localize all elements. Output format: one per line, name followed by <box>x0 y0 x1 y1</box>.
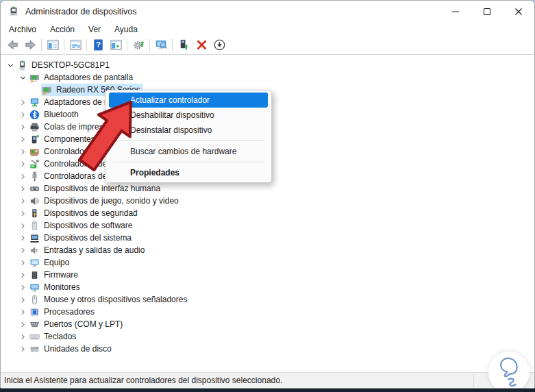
menu-item-update-driver[interactable]: Actualizar controlador <box>109 93 268 108</box>
uninstall-device-icon <box>195 38 208 51</box>
tree-item: Unidades de disco <box>1 343 534 355</box>
update-driver-icon <box>132 38 145 51</box>
title-bar: Administrador de dispositivos <box>1 1 534 23</box>
menu-bar: Archivo Acción Ver Ayuda <box>1 23 534 36</box>
tree-item-label: Dispositivos de software <box>44 221 132 230</box>
tree-item-bluetooth[interactable]: Bluetooth <box>29 108 81 121</box>
tree-item: Dispositivos de seguridad <box>1 207 534 219</box>
computer-monitor-icon <box>29 257 40 268</box>
show-console-tree-button[interactable] <box>44 37 62 53</box>
device-driver-button[interactable] <box>175 37 192 53</box>
maximize-button[interactable] <box>471 1 503 23</box>
firmware-chip-icon <box>29 269 40 280</box>
network-adapter-icon <box>29 97 40 108</box>
chevron-right-icon[interactable] <box>17 331 29 342</box>
tree-item-firmware[interactable]: Firmware <box>29 269 80 281</box>
window-controls <box>440 1 534 23</box>
window-title: Administrador de dispositivos <box>25 7 137 16</box>
hid-device-icon <box>29 183 40 194</box>
tree-item-label: Firmware <box>44 270 78 280</box>
chevron-right-icon[interactable] <box>17 282 29 293</box>
chevron-right-icon[interactable] <box>17 97 29 108</box>
chevron-down-icon[interactable] <box>17 72 29 83</box>
tree-item-label: Unidades de disco <box>44 344 112 354</box>
back-arrow-button[interactable] <box>3 37 21 53</box>
tree-item-mouse-y-otros-dispositivos-se-aladores[interactable]: Mouse y otros dispositivos señaladores <box>29 293 189 306</box>
menu-item-uninstall-device[interactable]: Desinstalar dispositivo <box>105 123 271 138</box>
forward-arrow-icon <box>24 38 37 51</box>
chevron-right-icon[interactable] <box>17 294 29 305</box>
help-button[interactable]: ? <box>89 37 107 53</box>
chevron-right-icon[interactable] <box>17 232 29 243</box>
menu-item-properties[interactable]: Propiedades <box>105 165 271 180</box>
menu-ver[interactable]: Ver <box>82 23 108 36</box>
menu-ayuda[interactable]: Ayuda <box>108 23 145 36</box>
chevron-down-icon[interactable] <box>5 60 16 71</box>
tree-item-dispositivos-de-interfaz-humana[interactable]: Dispositivos de interfaz humana <box>29 182 162 195</box>
tree-item-entradas-y-salidas-de-audio[interactable]: Entradas y salidas de audio <box>29 244 147 256</box>
scan-hardware-changes-button[interactable] <box>152 37 170 53</box>
show-console-tree-icon <box>47 38 60 51</box>
close-button[interactable] <box>503 1 534 23</box>
processor-icon <box>29 306 40 317</box>
chevron-right-icon[interactable] <box>17 171 29 182</box>
chevron-right-icon[interactable] <box>17 220 29 231</box>
tree-item-equipo[interactable]: Equipo <box>29 256 71 269</box>
tree-item: Teclados <box>1 330 534 343</box>
update-driver-button[interactable] <box>129 37 147 53</box>
menu-item-disable-device[interactable]: Deshabilitar dispositivo <box>105 108 271 123</box>
action-pane-button[interactable] <box>107 37 125 53</box>
tree-item-puertos-com-y-lpt[interactable]: Puertos (COM y LPT) <box>29 318 125 330</box>
forward-arrow-button[interactable] <box>21 37 39 53</box>
context-menu: Actualizar controlador Deshabilitar disp… <box>105 90 272 183</box>
tree-item-colas-de-impresi-n[interactable]: Colas de impresión <box>29 121 116 133</box>
tree-item-procesadores[interactable]: Procesadores <box>29 306 97 318</box>
tree-item-adaptadores-de-pantalla[interactable]: Adaptadores de pantalla <box>29 71 135 84</box>
system-device-icon <box>29 232 40 243</box>
tree-item-label: Bluetooth <box>44 110 79 119</box>
help-icon: ? <box>92 38 105 51</box>
chevron-right-icon[interactable] <box>17 109 29 120</box>
uninstall-device-button[interactable] <box>192 37 210 53</box>
chevron-right-icon[interactable] <box>17 269 29 280</box>
toolbar-separator <box>86 39 87 51</box>
menu-accion[interactable]: Acción <box>43 23 82 36</box>
properties-button[interactable] <box>66 37 84 53</box>
chevron-right-icon[interactable] <box>17 146 29 157</box>
menu-archivo[interactable]: Archivo <box>2 23 43 36</box>
chevron-right-icon[interactable] <box>17 319 29 330</box>
tree-item-dispositivos-del-sistema[interactable]: Dispositivos del sistema <box>29 232 134 244</box>
status-bar-divider <box>473 374 474 387</box>
tree-item-label: Dispositivos de seguridad <box>44 208 138 218</box>
chevron-right-icon[interactable] <box>17 158 29 169</box>
chevron-right-icon[interactable] <box>17 343 29 354</box>
tutorial-logo <box>488 352 530 389</box>
tree-item: Dispositivos de software <box>1 219 534 232</box>
maximize-icon <box>483 8 491 16</box>
tree-item-label: Dispositivos del sistema <box>44 233 132 243</box>
chevron-right-icon[interactable] <box>17 134 29 145</box>
minimize-icon <box>451 8 460 16</box>
tree-item-teclados[interactable]: Teclados <box>29 330 78 343</box>
keyboard-icon <box>29 331 40 342</box>
chevron-right-icon[interactable] <box>17 121 29 132</box>
disable-device-button[interactable] <box>210 37 228 53</box>
chevron-right-icon[interactable] <box>17 245 29 256</box>
toolbar: ? <box>1 36 534 55</box>
tree-item-monitores[interactable]: Monitores <box>29 281 82 293</box>
tree-item-dispositivos-de-software[interactable]: Dispositivos de software <box>29 219 134 232</box>
chevron-right-icon[interactable] <box>17 183 29 194</box>
minimize-button[interactable] <box>440 1 471 23</box>
menu-item-scan-hardware[interactable]: Buscar cambios de hardware <box>105 144 271 159</box>
tree-item-dispositivos-de-seguridad[interactable]: Dispositivos de seguridad <box>29 207 140 219</box>
chevron-right-icon[interactable] <box>17 195 29 206</box>
tree-item-desktop-5gc81p1[interactable]: DESKTOP-5GC81P1 <box>16 59 112 71</box>
chevron-right-icon[interactable] <box>17 257 29 268</box>
tree-item-dispositivos-de-juego-sonido-y-video[interactable]: Dispositivos de juego, sonido y video <box>29 195 181 207</box>
ports-icon <box>29 319 40 330</box>
disable-device-icon <box>213 38 226 51</box>
chevron-right-icon[interactable] <box>17 306 29 317</box>
security-device-icon <box>29 208 40 219</box>
tree-item-unidades-de-disco[interactable]: Unidades de disco <box>29 343 114 355</box>
chevron-right-icon[interactable] <box>17 208 29 219</box>
